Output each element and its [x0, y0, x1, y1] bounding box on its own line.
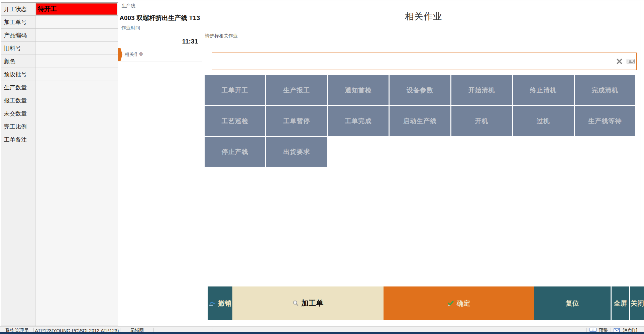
- field-value: [35, 133, 118, 326]
- field-label: 完工比例: [1, 120, 35, 133]
- page-title: 相关作业: [202, 10, 644, 22]
- job-search-box: [212, 53, 637, 70]
- field-label: 产品编码: [1, 29, 35, 41]
- action-button[interactable]: 工单暂停: [266, 106, 327, 136]
- field-label: 未交数量: [1, 107, 35, 120]
- bottom-accent-line: [0, 332, 644, 334]
- work-order-info-table: 开工状态 待开工 加工单号 产品编码 旧料号 颜色 预设批号 生产数量 报工数量: [1, 2, 118, 326]
- action-button[interactable]: 开机: [451, 106, 512, 136]
- table-row: 未交数量: [1, 107, 118, 120]
- keyboard-icon[interactable]: [625, 53, 636, 70]
- field-label: 工单备注: [1, 133, 35, 326]
- table-row: 产品编码: [1, 29, 118, 42]
- scrollbar[interactable]: [641, 2, 641, 239]
- field-label: 生产数量: [1, 81, 35, 94]
- confirm-button[interactable]: 确定: [384, 286, 534, 320]
- field-value: [35, 29, 118, 41]
- fullscreen-label: 全屏: [614, 299, 627, 308]
- field-value: [35, 120, 118, 133]
- action-button[interactable]: 终止清机: [513, 75, 573, 105]
- close-label: 关闭: [631, 299, 644, 308]
- selection-prompt: 请选择相关作业: [205, 33, 238, 39]
- close-button[interactable]: 关闭: [629, 286, 644, 320]
- field-label: 预设批号: [1, 68, 35, 81]
- action-button[interactable]: 出货要求: [266, 137, 327, 167]
- table-row: 颜色: [1, 55, 118, 68]
- table-row: 旧料号: [1, 42, 118, 55]
- action-button[interactable]: 生产线等待: [575, 106, 635, 136]
- field-value: [35, 94, 118, 107]
- action-button[interactable]: 工单开工: [205, 75, 265, 105]
- work-time-value: 11:31: [118, 31, 202, 45]
- reset-button[interactable]: 复位: [534, 286, 611, 320]
- work-time-label: 作业时间: [118, 22, 202, 31]
- field-label: 开工状态: [1, 3, 35, 15]
- table-row: 开工状态 待开工: [1, 3, 118, 16]
- table-row: 工单备注: [1, 133, 118, 326]
- clear-x-icon[interactable]: [614, 53, 625, 70]
- undo-arrow-icon: [209, 301, 215, 306]
- related-jobs-page: 相关作业 请选择相关作业: [202, 0, 644, 286]
- action-button[interactable]: 启动生产线: [390, 106, 450, 136]
- production-line-value: A003 双螺杆挤出生产线 T13: [118, 9, 202, 22]
- action-grid: 工单开工 生产报工 通知首检 设备参数 开始清机 终止清机 完成清机 工艺巡检 …: [205, 75, 635, 167]
- selected-marker-icon: [118, 48, 122, 61]
- production-line-label: 生产线: [118, 0, 202, 9]
- field-value: [35, 42, 118, 55]
- action-button[interactable]: 开始清机: [451, 75, 512, 105]
- table-row: 预设批号: [1, 68, 118, 81]
- panel-item-related-jobs[interactable]: 相关作业: [118, 47, 202, 62]
- field-value: [35, 16, 118, 28]
- action-button[interactable]: 工单完成: [328, 106, 389, 136]
- action-button[interactable]: 过机: [513, 106, 573, 136]
- undo-label: 撤销: [218, 299, 231, 308]
- field-value: [35, 107, 118, 120]
- field-value: [35, 68, 118, 81]
- production-line-panel: 生产线 A003 双螺杆挤出生产线 T13 作业时间 11:31 相关作业: [118, 0, 202, 326]
- action-button[interactable]: 工艺巡检: [205, 106, 265, 136]
- action-button[interactable]: 通知首检: [328, 75, 389, 105]
- magnifier-icon: [293, 300, 299, 306]
- field-value: [35, 55, 118, 68]
- command-bar: 撤销 加工单 确定 复位 全屏: [208, 286, 644, 320]
- table-row: 加工单号: [1, 16, 118, 29]
- confirm-label: 确定: [457, 299, 470, 308]
- table-row: 报工数量: [1, 94, 118, 107]
- job-search-input[interactable]: [212, 53, 614, 70]
- reset-label: 复位: [566, 299, 579, 308]
- status-badge: 待开工: [36, 3, 117, 15]
- field-value: [35, 81, 118, 94]
- table-row: 完工比例: [1, 120, 118, 133]
- fullscreen-button[interactable]: 全屏: [611, 286, 629, 320]
- panel-item-label: 相关作业: [125, 52, 143, 58]
- action-button[interactable]: 停止产线: [205, 137, 265, 167]
- app-window: 开工状态 待开工 加工单号 产品编码 旧料号 颜色 预设批号 生产数量 报工数量: [0, 0, 644, 334]
- field-label: 加工单号: [1, 16, 35, 28]
- action-button[interactable]: 生产报工: [266, 75, 327, 105]
- field-label: 旧料号: [1, 42, 35, 55]
- work-order-label: 加工单: [301, 298, 323, 308]
- field-label: 报工数量: [1, 94, 35, 107]
- work-order-button[interactable]: 加工单: [232, 286, 384, 320]
- action-button[interactable]: 设备参数: [390, 75, 450, 105]
- action-button[interactable]: 完成清机: [575, 75, 635, 105]
- check-icon: [447, 300, 454, 306]
- table-row: 生产数量: [1, 81, 118, 94]
- field-label: 颜色: [1, 55, 35, 68]
- undo-button[interactable]: 撤销: [208, 286, 232, 320]
